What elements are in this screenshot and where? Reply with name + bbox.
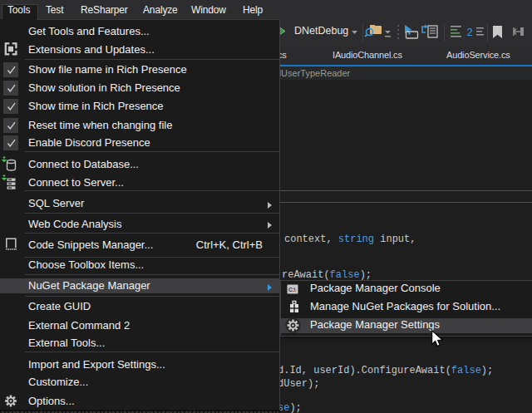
svg-text:C:\: C:\ — [288, 287, 296, 293]
svg-text:2: 2 — [467, 26, 473, 38]
